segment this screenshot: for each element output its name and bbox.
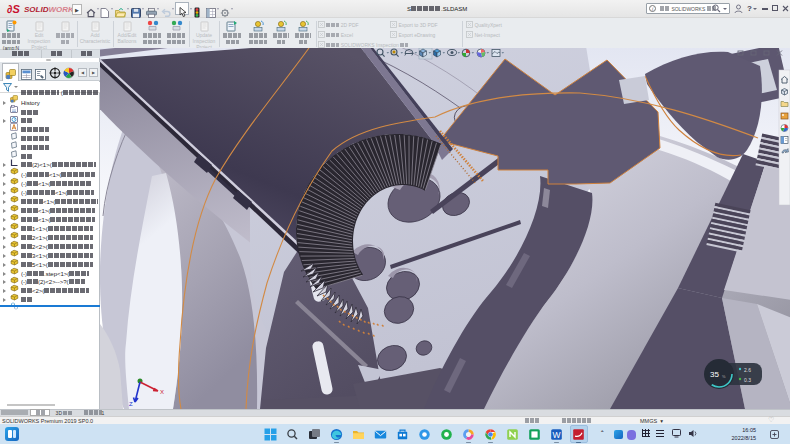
svg-text:X: X xyxy=(160,389,164,395)
svg-text:2.6: 2.6 xyxy=(744,367,751,373)
svg-text:Z: Z xyxy=(129,401,133,407)
svg-text:%: % xyxy=(722,374,726,379)
svg-text:W: W xyxy=(552,430,560,440)
svg-text:35: 35 xyxy=(710,370,719,379)
svg-text:0.3: 0.3 xyxy=(744,377,751,383)
